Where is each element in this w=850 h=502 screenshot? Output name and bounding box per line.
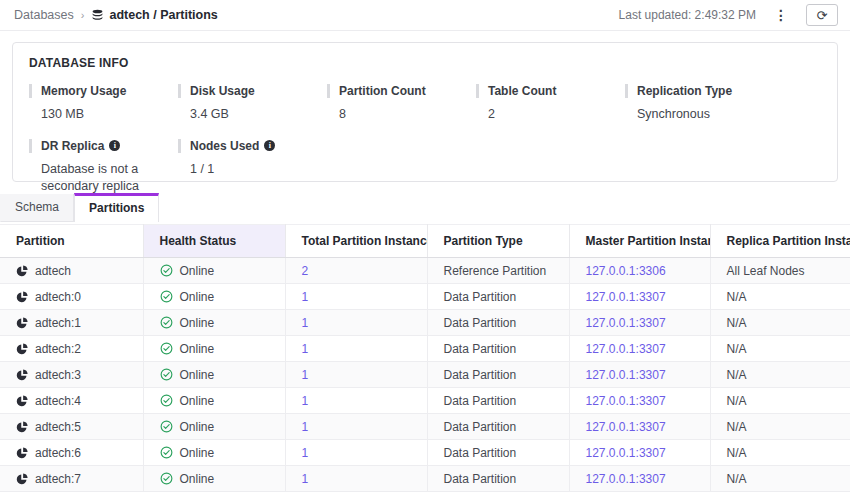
total-instances-link[interactable]: 1 (302, 316, 309, 330)
total-instances-link[interactable]: 2 (302, 264, 309, 278)
partition-type: Data Partition (427, 284, 569, 310)
partition-pie-icon (16, 395, 28, 407)
online-check-icon (160, 264, 173, 277)
stat-label: Partition Count (339, 84, 426, 98)
partition-pie-icon (16, 343, 28, 355)
breadcrumb: Databases › adtech / Partitions (14, 8, 218, 22)
column-header-partition-type[interactable]: Partition Type (427, 225, 569, 258)
refresh-button[interactable]: ⟳ (806, 4, 838, 26)
replica-instance: N/A (710, 440, 850, 466)
total-instances-link[interactable]: 1 (302, 290, 309, 304)
column-header-master-partition-instance[interactable]: Master Partition Instance ... (569, 225, 710, 258)
breadcrumb-current: adtech / Partitions (91, 8, 217, 22)
table-row: adtech:6Online1Data Partition127.0.0.1:3… (0, 440, 850, 466)
page-title: adtech / Partitions (109, 8, 217, 22)
tab-schema[interactable]: Schema (0, 194, 74, 222)
health-status-text: Online (180, 472, 215, 486)
top-bar: Databases › adtech / Partitions Last upd… (0, 0, 850, 31)
master-instance-link[interactable]: 127.0.0.1:3307 (586, 472, 666, 486)
stat-value: Database is not a secondary replica (29, 161, 174, 195)
partition-type: Reference Partition (427, 258, 569, 284)
health-status-text: Online (180, 368, 215, 382)
table-row: adtechOnline2Reference Partition127.0.0.… (0, 258, 850, 284)
stat-table-count: Table Count i 2 (476, 84, 625, 123)
partition-type: Data Partition (427, 388, 569, 414)
stat-label: Disk Usage (190, 84, 255, 98)
partition-type: Data Partition (427, 336, 569, 362)
master-instance-link[interactable]: 127.0.0.1:3306 (586, 264, 666, 278)
total-instances-link[interactable]: 1 (302, 420, 309, 434)
database-info-card: DATABASE INFO Memory Usage i 130 MB Disk… (12, 42, 838, 182)
stat-label: DR Replica (41, 139, 104, 153)
total-instances-link[interactable]: 1 (302, 446, 309, 460)
breadcrumb-separator: › (81, 9, 85, 21)
master-instance-link[interactable]: 127.0.0.1:3307 (586, 316, 666, 330)
health-status-text: Online (180, 264, 215, 278)
master-instance-link[interactable]: 127.0.0.1:3307 (586, 368, 666, 382)
online-check-icon (160, 446, 173, 459)
replica-instance: N/A (710, 310, 850, 336)
stat-replication-type: Replication Type i Synchronous (625, 84, 774, 123)
column-header-partition[interactable]: Partition (0, 225, 143, 258)
partition-type: Data Partition (427, 440, 569, 466)
stat-disk-usage: Disk Usage i 3.4 GB (178, 84, 327, 123)
master-instance-link[interactable]: 127.0.0.1:3307 (586, 290, 666, 304)
stat-value: 1 / 1 (178, 161, 323, 178)
partition-name: adtech:6 (35, 446, 81, 460)
breadcrumb-databases-link[interactable]: Databases (14, 8, 74, 22)
partition-name: adtech (35, 264, 71, 278)
table-row: adtech:0Online1Data Partition127.0.0.1:3… (0, 284, 850, 310)
master-instance-link[interactable]: 127.0.0.1:3307 (586, 342, 666, 356)
info-icon[interactable]: i (109, 140, 120, 151)
column-header-total-partition-instances[interactable]: Total Partition Instances (285, 225, 427, 258)
health-status-text: Online (180, 342, 215, 356)
total-instances-link[interactable]: 1 (302, 472, 309, 486)
master-instance-link[interactable]: 127.0.0.1:3307 (586, 446, 666, 460)
partition-type: Data Partition (427, 414, 569, 440)
partition-name: adtech:7 (35, 472, 81, 486)
table-row: adtech:2Online1Data Partition127.0.0.1:3… (0, 336, 850, 362)
partitions-table: PartitionHealth StatusTotal Partition In… (0, 224, 850, 492)
database-icon (91, 9, 104, 22)
online-check-icon (160, 290, 173, 303)
stat-partition-count: Partition Count i 8 (327, 84, 476, 123)
tab-bar: SchemaPartitions (0, 193, 850, 222)
tab-partitions[interactable]: Partitions (74, 193, 159, 222)
partition-name: adtech:1 (35, 316, 81, 330)
health-status-text: Online (180, 446, 215, 460)
database-info-title: DATABASE INFO (29, 56, 821, 70)
table-row: adtech:3Online1Data Partition127.0.0.1:3… (0, 362, 850, 388)
master-instance-link[interactable]: 127.0.0.1:3307 (586, 394, 666, 408)
stat-label: Memory Usage (41, 84, 126, 98)
online-check-icon (160, 368, 173, 381)
replica-instance: N/A (710, 362, 850, 388)
last-updated-text: Last updated: 2:49:32 PM (619, 8, 756, 22)
stat-label: Nodes Used (190, 139, 259, 153)
online-check-icon (160, 472, 173, 485)
total-instances-link[interactable]: 1 (302, 394, 309, 408)
partition-type: Data Partition (427, 362, 569, 388)
table-row: adtech:5Online1Data Partition127.0.0.1:3… (0, 414, 850, 440)
partition-pie-icon (16, 265, 28, 277)
info-icon[interactable]: i (264, 140, 275, 151)
replica-instance: N/A (710, 388, 850, 414)
replica-instance: All Leaf Nodes (710, 258, 850, 284)
total-instances-link[interactable]: 1 (302, 368, 309, 382)
replica-instance: N/A (710, 466, 850, 492)
column-header-replica-partition-instance[interactable]: Replica Partition Instance ... (710, 225, 850, 258)
health-status-text: Online (180, 316, 215, 330)
column-header-health-status[interactable]: Health Status (143, 225, 285, 258)
health-status-text: Online (180, 290, 215, 304)
health-status-text: Online (180, 420, 215, 434)
total-instances-link[interactable]: 1 (302, 342, 309, 356)
stat-memory-usage: Memory Usage i 130 MB (29, 84, 178, 123)
kebab-menu-icon[interactable]: ⋮ (770, 6, 792, 24)
stat-value: 3.4 GB (178, 106, 323, 123)
stat-value: 130 MB (29, 106, 174, 123)
stat-label: Table Count (488, 84, 556, 98)
master-instance-link[interactable]: 127.0.0.1:3307 (586, 420, 666, 434)
table-row: adtech:7Online1Data Partition127.0.0.1:3… (0, 466, 850, 492)
stat-value: Synchronous (625, 106, 770, 123)
stat-value: 8 (327, 106, 472, 123)
stat-label: Replication Type (637, 84, 732, 98)
